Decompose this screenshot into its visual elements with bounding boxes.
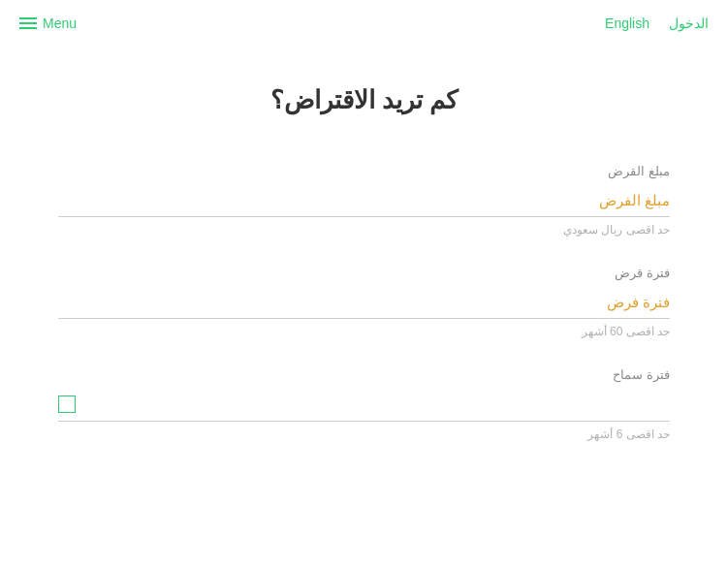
loan-period-input[interactable] (58, 286, 670, 319)
grace-period-section: فترة سماح حد اقصى 6 أشهر (58, 367, 670, 441)
grace-period-hint: حد اقصى 6 أشهر (58, 427, 670, 441)
grace-period-checkbox[interactable] (58, 395, 76, 413)
loan-amount-input[interactable] (58, 184, 670, 217)
hamburger-icon (19, 17, 37, 29)
loan-amount-section: مبلغ القرض حد اقصى ريال سعودي (58, 164, 670, 237)
loan-period-hint: حد اقصى 60 أشهر (58, 325, 670, 338)
menu-button[interactable]: Menu (19, 16, 77, 31)
header: الدخول English Menu (0, 0, 728, 47)
language-link[interactable]: English (605, 16, 649, 31)
loan-amount-hint: حد اقصى ريال سعودي (58, 223, 670, 237)
page-title: كم تريد الاقتراض؟ (58, 85, 670, 115)
login-link[interactable]: الدخول (669, 16, 709, 31)
loan-period-section: فترة قرض حد اقصى 60 أشهر (58, 266, 670, 338)
grace-period-label: فترة سماح (58, 367, 670, 382)
loan-amount-label: مبلغ القرض (58, 164, 670, 178)
grace-period-field (58, 388, 670, 422)
header-left: Menu (19, 16, 77, 31)
main-content: كم تريد الاقتراض؟ مبلغ القرض حد اقصى ريا… (0, 47, 728, 509)
menu-label: Menu (43, 16, 77, 31)
header-right: الدخول English (605, 16, 709, 31)
loan-period-label: فترة قرض (58, 266, 670, 280)
